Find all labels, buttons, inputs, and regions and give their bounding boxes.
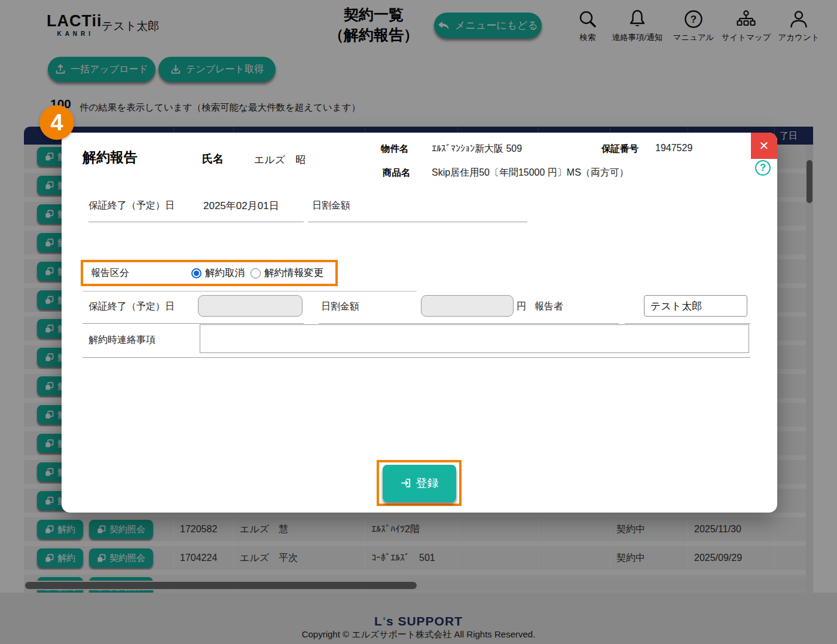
page: LACTii KANRI テスト太郎 契約一覧 （解約報告） メニューにもどる … — [0, 0, 837, 644]
submit-label: 登録 — [416, 476, 439, 491]
divider — [83, 357, 750, 358]
cancellation-report-modal: 解約報告 氏名 エルズ 昭 物件名 ｴﾙｽﾞﾏﾝｼｮﾝ新大阪 509 保証番号 … — [62, 133, 777, 513]
divider — [88, 222, 304, 222]
daily-input-label: 日割金額 — [321, 300, 359, 313]
divider — [625, 323, 750, 324]
help-circle-icon[interactable]: ? — [755, 160, 771, 176]
submit-highlight-box: 登録 — [377, 460, 462, 506]
name-label: 氏名 — [202, 152, 224, 166]
notes-textarea[interactable] — [200, 324, 749, 353]
modal-title: 解約報告 — [83, 148, 138, 167]
report-type-highlight-box: 報告区分 解約取消 解約情報変更 — [81, 260, 338, 286]
radio-unselected-icon[interactable] — [251, 268, 261, 278]
end-date-input-label: 保証終了（予定）日 — [88, 300, 175, 313]
login-arrow-icon — [400, 477, 411, 489]
divider — [83, 323, 304, 324]
yen-label: 円 — [517, 300, 526, 313]
divider — [83, 291, 417, 292]
report-type-label: 報告区分 — [91, 267, 129, 280]
radio-selected-icon[interactable] — [191, 268, 201, 278]
reporter-label: 報告者 — [534, 300, 563, 313]
name-value: エルズ 昭 — [254, 153, 306, 167]
annotation-step-badge: 4 — [39, 105, 74, 140]
property-value: ｴﾙｽﾞﾏﾝｼｮﾝ新大阪 509 — [432, 143, 522, 155]
product-value: Skip居住用50〔年間15000 円〕MS（両方可） — [432, 167, 629, 179]
radio-change-label: 解約情報変更 — [264, 266, 323, 280]
guarantee-number-value: 1947529 — [655, 143, 692, 154]
radio-option-change[interactable]: 解約情報変更 — [251, 266, 323, 280]
product-label: 商品名 — [383, 167, 411, 179]
guarantee-number-label: 保証番号 — [601, 143, 639, 155]
radio-cancel-label: 解約取消 — [205, 266, 245, 280]
end-date-label: 保証終了（予定）日 — [88, 200, 175, 212]
daily-amount-input[interactable] — [421, 295, 514, 317]
daily-amount-label: 日割金額 — [312, 200, 350, 212]
close-icon[interactable]: ✕ — [751, 133, 777, 159]
end-date-input[interactable] — [198, 295, 303, 317]
divider — [308, 222, 527, 222]
property-label: 物件名 — [381, 143, 409, 155]
radio-option-cancel[interactable]: 解約取消 — [191, 266, 245, 280]
submit-button[interactable]: 登録 — [383, 465, 456, 502]
reporter-input[interactable] — [644, 295, 747, 317]
notes-label: 解約時連絡事項 — [88, 334, 155, 346]
end-date-value: 2025年02月01日 — [203, 199, 279, 213]
divider — [319, 323, 619, 324]
